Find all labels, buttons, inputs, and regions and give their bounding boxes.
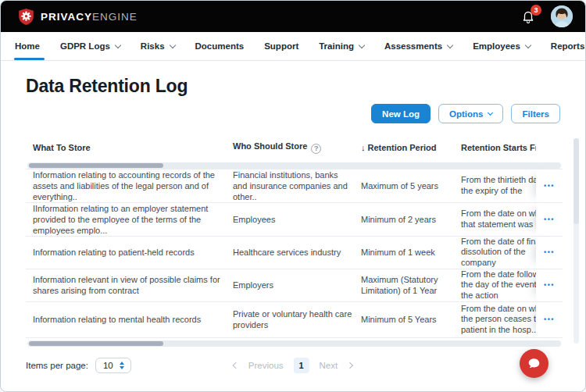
table-row[interactable]: Information relevant in view of possible… (26, 269, 563, 301)
nav-item-gdpr-logs[interactable]: GDPR Logs (50, 32, 130, 60)
help-icon[interactable]: ? (311, 144, 321, 154)
chevron-down-icon (488, 109, 493, 115)
items-per-page-value: 10 (103, 361, 113, 370)
column-header-who-should-store[interactable]: Who Should Store? (233, 141, 361, 154)
ellipsis-icon: ••• (544, 314, 555, 325)
horizontal-scrollbar-top[interactable] (27, 162, 561, 169)
shield-gear-icon (18, 8, 34, 26)
table-row[interactable]: Information relating to accounting recor… (26, 169, 563, 202)
horizontal-scrollbar-thumb[interactable] (29, 163, 163, 168)
cell-who-should-store: Employees (233, 214, 361, 225)
cell-retention-period: Minimum of 1 week (361, 247, 448, 258)
chevron-down-icon (447, 41, 453, 48)
table-header-row: What To Store Who Should Store? ↓Retenti… (26, 134, 563, 162)
nav-item-support[interactable]: Support (254, 32, 309, 60)
ellipsis-icon: ••• (544, 214, 555, 225)
cell-who-should-store: Employers (233, 280, 361, 290)
nav-label: Documents (195, 41, 245, 51)
stepper-icon (120, 362, 124, 369)
notification-count-badge: 3 (531, 5, 541, 16)
nav-item-documents[interactable]: Documents (185, 32, 255, 60)
horizontal-scrollbar-bottom[interactable] (27, 340, 561, 347)
sticky-column-cover (536, 134, 563, 162)
ellipsis-icon: ••• (544, 247, 555, 258)
chevron-down-icon (525, 41, 531, 48)
nav-item-employees[interactable]: Employees (463, 32, 541, 60)
cell-retention-period: Minimum of 2 years (361, 214, 448, 225)
page-title: Data Retention Log (26, 76, 560, 97)
cell-who-should-store: Financial institutions, banks and insura… (233, 169, 361, 202)
toolbar: New Log Options Filters (26, 104, 560, 123)
new-log-button[interactable]: New Log (371, 104, 431, 123)
cell-who-should-store: Healthcare services industry (233, 247, 361, 258)
chevron-down-icon (115, 41, 121, 48)
top-bar: PRIVACYENGINE 3 (1, 1, 585, 32)
vertical-scrollbar[interactable] (573, 138, 579, 344)
table-row[interactable]: IInformation relating to an employer sta… (26, 202, 563, 236)
nav-item-reports[interactable]: Reports (541, 32, 586, 60)
nav-label: Risks (141, 41, 165, 51)
ellipsis-icon: ••• (544, 180, 555, 191)
notifications-button[interactable]: 3 (521, 9, 535, 24)
brand-logo[interactable]: PRIVACYENGINE (18, 8, 138, 26)
previous-page-button[interactable]: Previous (248, 361, 284, 370)
cell-what-to-store: Information relevant in view of possible… (33, 274, 233, 296)
next-page-button[interactable]: Next (320, 361, 338, 370)
horizontal-scrollbar-thumb[interactable] (29, 341, 163, 346)
chevron-left-icon (233, 362, 239, 368)
sort-desc-icon: ↓ (361, 143, 366, 152)
cell-what-to-store: Information relating to patient-held rec… (33, 247, 233, 258)
row-actions-button[interactable]: ••• (536, 237, 563, 269)
cell-retention-period: Minimum of 5 Years (361, 314, 448, 325)
nav-item-assessments[interactable]: Assessments (374, 32, 463, 60)
vertical-scrollbar-thumb[interactable] (573, 138, 579, 224)
column-header-what-to-store[interactable]: What To Store (33, 143, 233, 152)
pagination-bar: Items per page: 10 Previous 1 Next (26, 355, 560, 376)
chevron-right-icon (347, 362, 353, 368)
nav-label: GDPR Logs (60, 41, 110, 51)
nav-item-risks[interactable]: Risks (130, 32, 185, 60)
table-row[interactable]: Information relating to patient-held rec… (26, 236, 563, 269)
nav-label: Employees (473, 41, 520, 51)
options-button[interactable]: Options (438, 104, 503, 123)
nav-label: Support (264, 41, 298, 51)
page-number-button[interactable]: 1 (294, 358, 309, 373)
items-per-page-label: Items per page: (26, 361, 88, 370)
row-actions-button[interactable]: ••• (536, 269, 563, 301)
retention-table: What To Store Who Should Store? ↓Retenti… (26, 134, 579, 347)
row-actions-button[interactable]: ••• (536, 203, 563, 236)
cell-who-should-store: Private or voluntary health care provide… (233, 308, 361, 330)
row-actions-button[interactable]: ••• (536, 302, 563, 337)
nav-label: Training (319, 41, 354, 51)
cell-what-to-store: Information relating to accounting recor… (33, 169, 233, 202)
chevron-down-icon (169, 41, 175, 48)
pager: Previous 1 Next (234, 358, 352, 373)
app-window: PRIVACYENGINE 3 Home GDPR Logs Risks (0, 0, 586, 392)
filters-button[interactable]: Filters (511, 104, 560, 123)
table-row[interactable]: Information relating to mental health re… (26, 301, 563, 337)
items-per-page-select[interactable]: 10 (95, 358, 131, 373)
cell-retention-period: Maximum (Statutory Limitation) of 1 Year (361, 274, 448, 296)
table-body: Information relating to accounting recor… (26, 169, 563, 338)
main-nav: Home GDPR Logs Risks Documents Support T… (1, 32, 585, 61)
chat-bubble-icon (527, 356, 541, 371)
nav-item-training[interactable]: Training (309, 32, 374, 60)
user-avatar[interactable] (551, 5, 573, 27)
nav-label: Home (15, 41, 40, 51)
brand-name: PRIVACYENGINE (41, 11, 138, 23)
chevron-down-icon (359, 41, 365, 48)
nav-label: Assessments (384, 41, 442, 51)
cell-what-to-store: Information relating to mental health re… (33, 314, 233, 325)
ellipsis-icon: ••• (544, 280, 555, 290)
chat-widget-button[interactable] (520, 349, 548, 378)
nav-label: Reports (551, 41, 584, 51)
nav-item-home[interactable]: Home (15, 32, 50, 60)
row-actions-button[interactable]: ••• (536, 169, 563, 202)
cell-retention-period: Maximum of 5 years (361, 180, 448, 191)
column-header-retention-period[interactable]: ↓Retention Period (361, 143, 448, 152)
cell-what-to-store: IInformation relating to an employer sta… (33, 203, 233, 236)
